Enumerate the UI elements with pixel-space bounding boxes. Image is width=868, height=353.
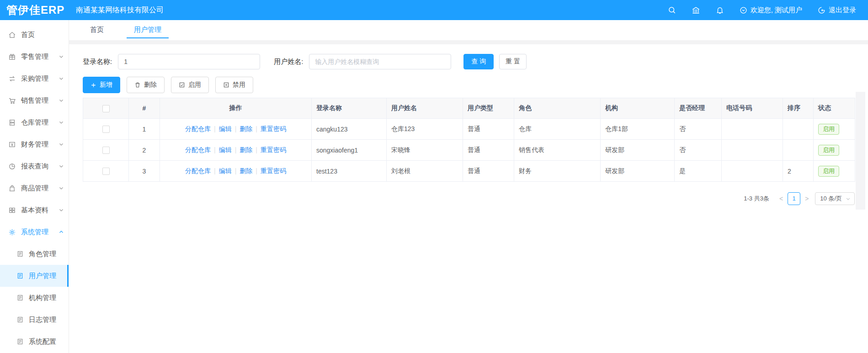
tab-user-mgmt[interactable]: 用户管理 <box>133 26 162 40</box>
op-separator: | <box>235 167 237 174</box>
sidebar-item-user-mgmt[interactable]: 用户管理 <box>0 265 69 287</box>
reset-button[interactable]: 重 置 <box>499 54 527 69</box>
delete-link[interactable]: 删除 <box>240 146 252 153</box>
sidebar-item-role-mgmt[interactable]: 角色管理 <box>0 243 69 265</box>
sidebar-item-goods[interactable]: 商品管理 <box>0 177 69 199</box>
op-separator: | <box>256 125 257 132</box>
reset-password-link[interactable]: 重置密码 <box>261 146 286 153</box>
document-icon <box>16 272 24 279</box>
search-button[interactable]: 查 询 <box>463 54 494 69</box>
next-page-button[interactable]: > <box>802 195 811 202</box>
cell-name: 刘老根 <box>387 161 463 182</box>
col-manager: 是否经理 <box>675 98 722 119</box>
col-status: 状态 <box>814 98 855 119</box>
search-icon[interactable] <box>668 6 676 14</box>
sidebar-item-log-mgmt[interactable]: 日志管理 <box>0 309 69 331</box>
row-checkbox[interactable] <box>102 126 110 133</box>
cell-phone <box>722 119 783 140</box>
chevron-down-icon <box>59 142 64 147</box>
edit-link[interactable]: 编辑 <box>219 146 232 153</box>
user-dropdown-icon <box>740 6 747 14</box>
prev-page-button[interactable]: < <box>777 195 786 202</box>
trash-icon <box>134 82 141 88</box>
table-row: 1 分配仓库|编辑|删除|重置密码 cangku123 仓库123 普通 仓库 … <box>83 119 855 140</box>
user-name-input[interactable] <box>309 54 451 69</box>
cell-phone <box>722 161 783 182</box>
add-button[interactable]: 新增 <box>83 77 120 93</box>
cell-sort <box>783 119 814 140</box>
checkbox-checked-icon <box>179 82 185 88</box>
cart-icon <box>8 97 16 105</box>
col-login: 登录名称 <box>312 98 387 119</box>
cell-org: 研发部 <box>601 161 675 182</box>
reset-password-link[interactable]: 重置密码 <box>261 167 286 174</box>
logout-button[interactable]: 退出登录 <box>818 6 856 15</box>
pagination-total: 1-3 共3条 <box>744 195 769 203</box>
chevron-down-icon <box>59 98 64 103</box>
notifications-bell-icon[interactable] <box>716 6 724 14</box>
edit-link[interactable]: 编辑 <box>219 125 232 132</box>
pie-chart-icon <box>8 163 16 170</box>
document-icon <box>16 294 24 301</box>
grid-icon <box>8 206 16 214</box>
tab-bar: 首页 用户管理 <box>69 20 868 40</box>
app-logo: 管伊佳ERP <box>0 3 69 17</box>
cell-name: 仓库123 <box>387 119 463 140</box>
row-checkbox[interactable] <box>102 168 110 175</box>
logout-text: 退出登录 <box>829 6 856 15</box>
cell-org: 研发部 <box>601 140 675 161</box>
cell-index: 2 <box>129 140 160 161</box>
sidebar-item-finance[interactable]: 财务管理 <box>0 133 69 155</box>
status-badge: 启用 <box>818 145 839 156</box>
organization-icon[interactable] <box>692 6 700 15</box>
sidebar-item-purchase[interactable]: 采购管理 <box>0 68 69 90</box>
enable-button[interactable]: 启用 <box>171 77 209 93</box>
op-separator: | <box>256 167 257 174</box>
page-size-select[interactable]: 10 条/页 <box>815 192 855 205</box>
delete-link[interactable]: 删除 <box>240 167 252 174</box>
disable-button[interactable]: 禁用 <box>215 77 253 93</box>
sidebar-item-system-config[interactable]: 系统配置 <box>0 331 69 353</box>
select-all-checkbox[interactable] <box>102 105 110 112</box>
op-separator: | <box>256 146 257 153</box>
sidebar-item-reports[interactable]: 报表查询 <box>0 155 69 177</box>
gear-icon <box>8 228 16 236</box>
tab-home[interactable]: 首页 <box>89 26 105 40</box>
assign-warehouse-link[interactable]: 分配仓库 <box>185 167 211 174</box>
page-number-button[interactable]: 1 <box>788 192 800 205</box>
cell-index: 3 <box>129 161 160 182</box>
cell-manager: 否 <box>675 119 722 140</box>
row-checkbox[interactable] <box>102 147 110 154</box>
filter-row: 登录名称: 用户姓名: 查 询 重 置 <box>83 54 868 69</box>
status-badge: 启用 <box>818 124 839 135</box>
assign-warehouse-link[interactable]: 分配仓库 <box>185 125 211 132</box>
sidebar-item-org-mgmt[interactable]: 机构管理 <box>0 287 69 309</box>
cell-type: 普通 <box>463 140 514 161</box>
sidebar-item-home[interactable]: 首页 <box>0 24 69 46</box>
col-actions: 操作 <box>160 98 312 119</box>
chevron-down-icon <box>846 196 851 201</box>
delete-link[interactable]: 删除 <box>240 125 252 132</box>
top-header: 管伊佳ERP 南通某某网络科技有限公司 欢迎您, 测试用户 退出登录 <box>0 0 868 20</box>
edit-link[interactable]: 编辑 <box>219 167 232 174</box>
col-index: # <box>129 98 160 119</box>
user-menu[interactable]: 欢迎您, 测试用户 <box>740 6 802 15</box>
users-table: # 操作 登录名称 用户姓名 用户类型 角色 机构 是否经理 电话号码 排序 状… <box>83 98 855 182</box>
delete-button[interactable]: 删除 <box>127 77 165 93</box>
sidebar-item-warehouse[interactable]: 仓库管理 <box>0 111 69 133</box>
col-phone: 电话号码 <box>722 98 783 119</box>
cell-index: 1 <box>129 119 160 140</box>
table-header-row: # 操作 登录名称 用户姓名 用户类型 角色 机构 是否经理 电话号码 排序 状… <box>83 98 855 119</box>
reset-password-link[interactable]: 重置密码 <box>261 125 286 132</box>
sidebar-item-basic-data[interactable]: 基本资料 <box>0 199 69 221</box>
document-icon <box>16 316 24 323</box>
table-row: 3 分配仓库|编辑|删除|重置密码 test123 刘老根 普通 财务 研发部 … <box>83 161 855 182</box>
tab-content-divider <box>69 40 868 44</box>
cell-sort <box>783 140 814 161</box>
page-size-value: 10 条/页 <box>820 195 842 203</box>
assign-warehouse-link[interactable]: 分配仓库 <box>185 146 211 153</box>
login-name-input[interactable] <box>118 54 260 69</box>
sidebar-item-retail[interactable]: 零售管理 <box>0 46 69 68</box>
sidebar-item-sales[interactable]: 销售管理 <box>0 90 69 111</box>
sidebar-item-system[interactable]: 系统管理 <box>0 221 69 243</box>
